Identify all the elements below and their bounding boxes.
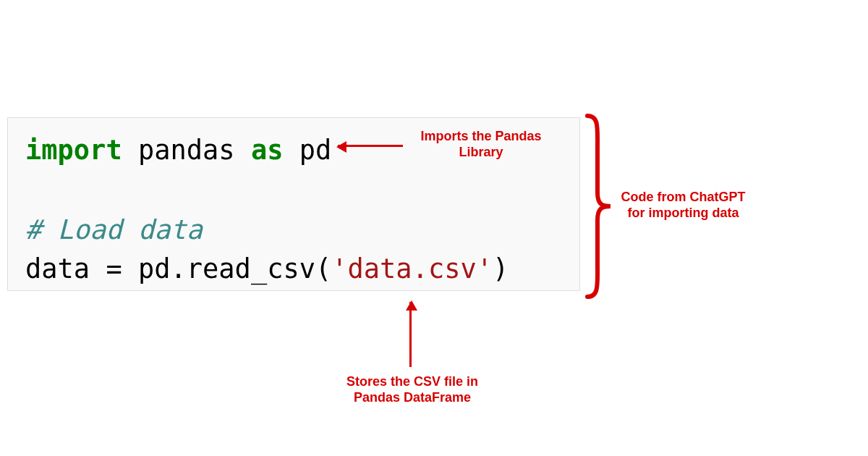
curly-brace-icon	[584, 113, 613, 303]
keyword-as: as	[251, 135, 284, 166]
module-pandas: pandas	[122, 135, 251, 166]
annotation-chatgpt: Code from ChatGPT for importing data	[616, 190, 750, 221]
alias-pd: pd	[283, 135, 331, 166]
annotation-stores: Stores the CSV file in Pandas DataFrame	[340, 374, 485, 405]
annotation-imports: Imports the Pandas Library	[409, 129, 553, 160]
string-datacsv: 'data.csv'	[331, 253, 493, 284]
op-eq: =	[106, 253, 122, 284]
code-line-2	[25, 171, 562, 211]
var-data: data	[25, 253, 106, 284]
comment-load-data: # Load data	[25, 214, 203, 245]
keyword-import: import	[25, 135, 122, 166]
expr-readcsv: pd.read_csv(	[122, 253, 332, 284]
paren-close: )	[493, 253, 509, 284]
code-line-3: # Load data	[25, 211, 562, 250]
code-line-4: data = pd.read_csv('data.csv')	[25, 250, 562, 290]
arrow-stores-icon	[409, 302, 412, 367]
arrow-imports-icon	[338, 145, 403, 147]
